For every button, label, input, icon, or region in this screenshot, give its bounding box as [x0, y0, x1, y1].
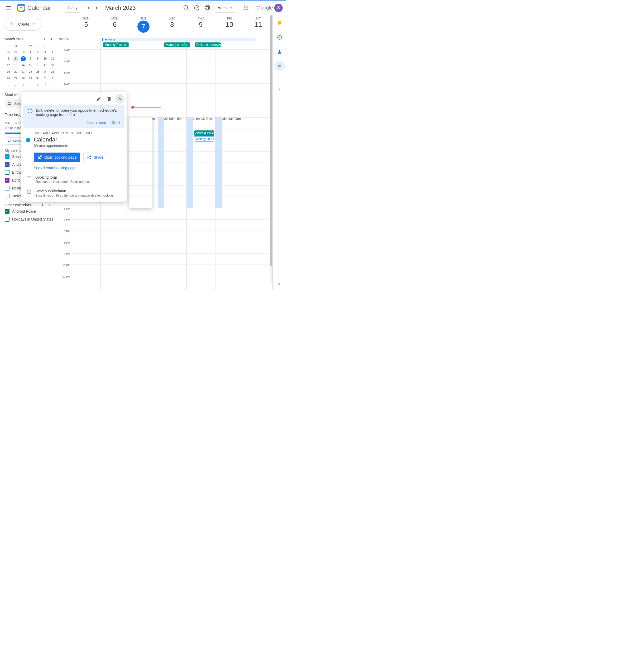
- mini-day-cell[interactable]: 21: [20, 69, 27, 75]
- mini-day-cell[interactable]: 28: [20, 75, 27, 82]
- day-header[interactable]: FRI10: [215, 15, 244, 38]
- day-column[interactable]: Calendar, 9am: [129, 49, 158, 290]
- calendar-checkbox[interactable]: [5, 186, 9, 191]
- day-header[interactable]: WED8: [158, 15, 186, 38]
- search-button[interactable]: [181, 3, 191, 13]
- mini-day-cell[interactable]: 2: [5, 82, 12, 88]
- mini-day-cell[interactable]: 26: [5, 49, 12, 55]
- collapse-other-icon[interactable]: [47, 203, 52, 208]
- mini-prev-button[interactable]: [41, 36, 48, 42]
- contacts-addon[interactable]: [274, 46, 285, 57]
- mini-day-cell[interactable]: 20: [12, 69, 20, 75]
- open-booking-page-button[interactable]: Open booking page: [34, 152, 80, 162]
- mini-day-cell[interactable]: 15: [27, 62, 34, 69]
- mini-day-cell[interactable]: 8: [49, 82, 56, 88]
- mini-day-cell[interactable]: 28: [20, 49, 27, 55]
- day-column[interactable]: Calendar, 9am: [158, 49, 186, 290]
- account-avatar[interactable]: S: [274, 4, 283, 12]
- mini-day-cell[interactable]: 12: [5, 62, 12, 69]
- calendar-event[interactable]: Weekly schedule: [194, 136, 214, 142]
- mini-day-cell[interactable]: 27: [12, 49, 20, 55]
- mini-day-cell[interactable]: 11: [49, 55, 56, 62]
- calendar-checkbox[interactable]: [5, 194, 9, 198]
- mini-day-cell[interactable]: 27: [12, 75, 20, 82]
- mini-day-cell[interactable]: 18: [49, 62, 56, 69]
- brain-addon[interactable]: [274, 60, 285, 71]
- mini-day-cell[interactable]: 2: [34, 49, 41, 55]
- popup-delete-button[interactable]: [105, 94, 114, 103]
- mini-day-cell[interactable]: 31: [41, 75, 49, 82]
- scrollbar[interactable]: [270, 15, 272, 283]
- app-logo[interactable]: 7 Calendar: [16, 3, 51, 13]
- mini-day-cell[interactable]: 5: [27, 82, 34, 88]
- calendar-checkbox[interactable]: [5, 162, 9, 167]
- keep-addon[interactable]: [274, 18, 285, 28]
- day-header[interactable]: SAT11: [244, 15, 272, 38]
- day-column[interactable]: Calendar, 9am: [215, 49, 244, 290]
- day-header[interactable]: THU9: [186, 15, 215, 38]
- mini-day-cell[interactable]: 9: [34, 55, 41, 62]
- calendar-checkbox[interactable]: [5, 170, 9, 175]
- create-button[interactable]: Create: [5, 18, 41, 30]
- mini-day-cell[interactable]: 14: [20, 62, 27, 69]
- allday-event[interactable]: Dallas out (moving): [195, 43, 221, 47]
- allday-event[interactable]: Monthly Pixel security update: [103, 43, 129, 47]
- calendar-checkbox[interactable]: [5, 154, 9, 159]
- day-column[interactable]: Calendar, 9amAndroid PoliceWeekly schedu…: [186, 49, 215, 290]
- help-button[interactable]: ?: [191, 3, 202, 13]
- day-column[interactable]: [244, 49, 272, 290]
- mini-day-cell[interactable]: 13: [12, 62, 20, 69]
- calendar-checkbox[interactable]: [5, 217, 9, 222]
- calendar-checkbox[interactable]: [5, 209, 9, 214]
- popup-edit-button[interactable]: [94, 94, 104, 103]
- got-it-button[interactable]: Got it: [112, 120, 120, 125]
- tasks-addon[interactable]: [274, 32, 285, 43]
- mini-day-cell[interactable]: 24: [41, 69, 49, 75]
- see-all-booking-link[interactable]: See all your booking pages: [34, 166, 121, 170]
- mini-day-cell[interactable]: 30: [34, 75, 41, 82]
- mini-day-cell[interactable]: 25: [49, 69, 56, 75]
- view-switcher[interactable]: Week: [215, 3, 236, 13]
- main-menu-button[interactable]: [2, 2, 15, 14]
- side-panel-collapse[interactable]: [275, 280, 283, 288]
- google-account-switcher[interactable]: Google S: [254, 3, 284, 13]
- calendar-list-item[interactable]: Holidays in United States: [5, 215, 58, 223]
- calendar-checkbox[interactable]: [5, 178, 9, 183]
- mini-day-cell[interactable]: 1: [49, 75, 56, 82]
- mini-day-cell[interactable]: 19: [5, 69, 12, 75]
- day-header[interactable]: MON6: [100, 15, 129, 38]
- prev-period-button[interactable]: [84, 4, 93, 12]
- allday-event[interactable]: Manuel out (Germany holiday): [164, 43, 190, 47]
- today-button[interactable]: Today: [64, 3, 81, 13]
- google-apps-button[interactable]: [241, 3, 251, 13]
- mini-day-cell[interactable]: 6: [34, 82, 41, 88]
- calendar-event[interactable]: Android Police: [194, 130, 214, 136]
- add-cal-icon[interactable]: [40, 203, 45, 208]
- mini-day-cell[interactable]: 16: [34, 62, 41, 69]
- mini-day-cell[interactable]: 1: [27, 49, 34, 55]
- mini-day-cell[interactable]: 17: [41, 62, 49, 69]
- mini-day-cell[interactable]: 29: [27, 75, 34, 82]
- mini-day-cell[interactable]: 3: [12, 82, 20, 88]
- mini-day-cell[interactable]: 7: [20, 55, 27, 62]
- mini-day-cell[interactable]: 7: [41, 82, 49, 88]
- settings-button[interactable]: [202, 3, 212, 13]
- mini-day-cell[interactable]: 3: [41, 49, 49, 55]
- mini-day-cell[interactable]: 26: [5, 75, 12, 82]
- learn-more-link[interactable]: Learn more: [87, 120, 106, 125]
- share-button[interactable]: Share: [83, 152, 107, 162]
- more-addons[interactable]: [274, 84, 285, 94]
- day-header[interactable]: TUE7: [129, 15, 158, 38]
- mini-day-cell[interactable]: 6: [12, 55, 20, 62]
- calendar-list-item[interactable]: Android Police: [5, 208, 58, 215]
- mini-next-button[interactable]: [49, 36, 55, 42]
- mini-day-cell[interactable]: 4: [20, 82, 27, 88]
- mini-day-cell[interactable]: 4: [49, 49, 56, 55]
- mini-day-cell[interactable]: 8: [27, 55, 34, 62]
- mini-day-cell[interactable]: 10: [41, 55, 49, 62]
- other-calendars-title[interactable]: Other calendars: [5, 203, 31, 207]
- mini-day-cell[interactable]: 22: [27, 69, 34, 75]
- popup-close-button[interactable]: [115, 94, 124, 103]
- day-header[interactable]: SUN5: [72, 15, 100, 38]
- mini-day-cell[interactable]: 5: [5, 55, 12, 62]
